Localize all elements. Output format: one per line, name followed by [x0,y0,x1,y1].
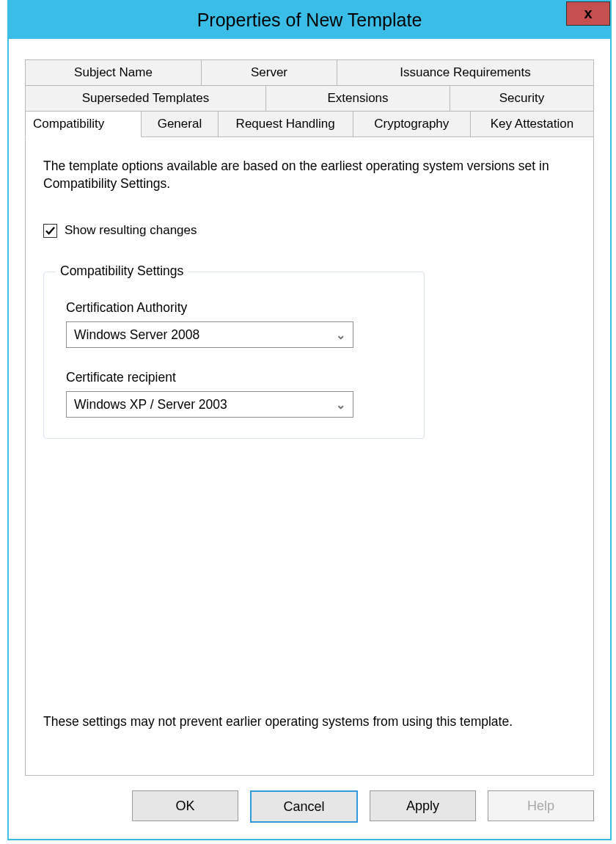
dialog-title: Properties of New Template [197,10,422,31]
tab-extensions[interactable]: Extensions [266,86,450,112]
compatibility-settings-group: Compatibility Settings Certification Aut… [43,272,425,439]
apply-button[interactable]: Apply [370,790,476,821]
tab-subject-name[interactable]: Subject Name [25,59,202,86]
tab-row-1: Subject Name Server Issuance Requirement… [25,59,594,86]
ca-label: Certification Authority [66,300,402,316]
intro-text: The template options available are based… [43,158,576,192]
recipient-label: Certificate recipient [66,370,402,385]
button-row: OK Cancel Apply Help [9,776,610,839]
tab-request-handling[interactable]: Request Handling [219,112,353,137]
recipient-combobox[interactable]: Windows XP / Server 2003 ⌄ [66,391,353,418]
tab-key-attestation[interactable]: Key Attestation [471,112,594,137]
tab-cryptography[interactable]: Cryptography [353,112,471,137]
tab-compatibility[interactable]: Compatibility [25,112,142,137]
tab-superseded-templates[interactable]: Superseded Templates [25,86,266,112]
titlebar: Properties of New Template x [9,1,610,39]
help-button: Help [488,790,594,821]
checkmark-icon [45,225,56,236]
tab-strip: Subject Name Server Issuance Requirement… [25,59,594,137]
disclaimer-text: These settings may not prevent earlier o… [43,713,576,768]
chevron-down-icon: ⌄ [336,398,345,412]
tab-row-2: Superseded Templates Extensions Security [25,86,594,112]
ok-button[interactable]: OK [132,790,238,821]
close-icon: x [584,5,592,22]
tab-issuance-requirements[interactable]: Issuance Requirements [337,59,594,86]
tab-page-compatibility: The template options available are based… [25,137,594,776]
client-area: Subject Name Server Issuance Requirement… [9,39,610,776]
recipient-value: Windows XP / Server 2003 [74,397,227,412]
show-resulting-changes-row: Show resulting changes [43,223,576,238]
tab-server[interactable]: Server [202,59,337,86]
chevron-down-icon: ⌄ [336,328,345,342]
ca-value: Windows Server 2008 [74,327,199,343]
ca-combobox[interactable]: Windows Server 2008 ⌄ [66,321,353,348]
close-button[interactable]: x [566,1,610,26]
groupbox-label: Compatibility Settings [56,263,188,279]
cancel-button[interactable]: Cancel [250,790,358,823]
dialog-window: Properties of New Template x Subject Nam… [7,0,612,840]
show-resulting-changes-label: Show resulting changes [65,223,197,238]
tab-security[interactable]: Security [450,86,594,112]
tab-row-3: Compatibility General Request Handling C… [25,112,594,137]
tab-general[interactable]: General [142,112,218,137]
show-resulting-changes-checkbox[interactable] [43,224,57,238]
